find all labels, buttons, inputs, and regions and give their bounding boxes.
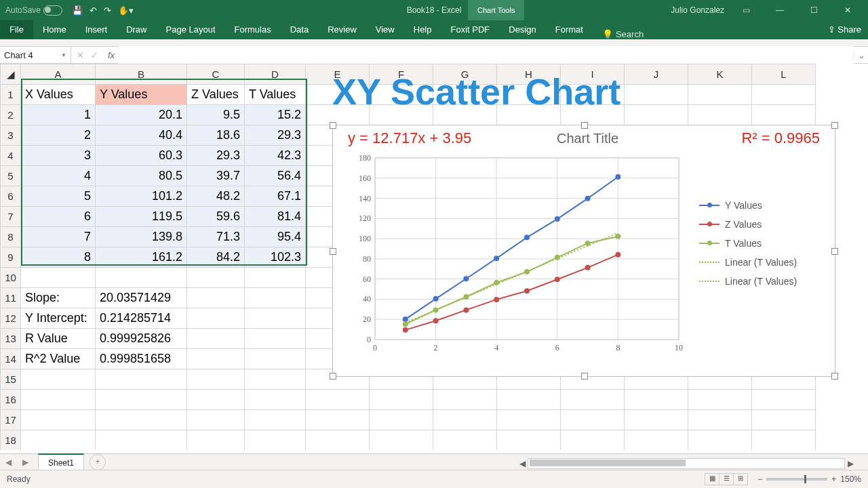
scroll-thumb[interactable] <box>530 460 686 466</box>
row-header[interactable]: 6 <box>1 186 21 207</box>
cell[interactable] <box>245 288 306 308</box>
tab-data[interactable]: Data <box>281 20 318 39</box>
cell[interactable]: Z Values <box>187 85 245 105</box>
cell[interactable] <box>688 85 752 105</box>
cell[interactable] <box>245 329 306 349</box>
cell[interactable] <box>187 430 245 451</box>
zoom-out-icon[interactable]: − <box>757 474 762 484</box>
cell[interactable]: 29.3 <box>187 146 245 166</box>
cell[interactable]: X Values <box>21 85 96 105</box>
cell[interactable]: 67.1 <box>245 186 306 207</box>
cell[interactable] <box>245 308 306 329</box>
tell-me-search[interactable]: 💡 Search <box>593 29 644 39</box>
cell[interactable] <box>625 430 688 451</box>
autosave-switch-icon[interactable] <box>43 5 62 16</box>
cell[interactable]: 42.3 <box>245 146 306 166</box>
chart-legend[interactable]: Y Values Z Values T Values Linear (T Val… <box>699 200 797 295</box>
tab-design[interactable]: Design <box>499 20 545 39</box>
cell[interactable] <box>187 390 245 410</box>
cell[interactable] <box>21 268 96 288</box>
cell[interactable] <box>21 430 96 451</box>
chevron-down-icon[interactable]: ▼ <box>61 52 66 58</box>
legend-item[interactable]: T Values <box>699 238 797 249</box>
cell[interactable]: 84.2 <box>187 247 245 268</box>
cell[interactable]: 8 <box>21 247 96 268</box>
cell[interactable]: 80.5 <box>96 166 187 186</box>
cell[interactable]: 161.2 <box>96 247 187 268</box>
resize-handle[interactable] <box>330 248 336 255</box>
cell[interactable] <box>96 430 187 451</box>
worksheet-area[interactable]: ◢ABCDEFGHIJKL1X ValuesY ValuesZ ValuesT … <box>0 64 868 450</box>
tab-file[interactable]: File <box>0 20 33 39</box>
cell[interactable] <box>96 268 187 288</box>
cell[interactable] <box>187 308 245 329</box>
sheet-tab[interactable]: Sheet1 <box>38 453 84 471</box>
cell[interactable] <box>688 390 752 410</box>
maximize-icon[interactable]: ☐ <box>802 5 826 15</box>
zoom-slider[interactable] <box>766 478 827 481</box>
tab-page-layout[interactable]: Page Layout <box>157 20 225 39</box>
row-header[interactable]: 4 <box>1 146 21 166</box>
cell[interactable] <box>245 430 306 451</box>
cell[interactable]: 60.3 <box>96 146 187 166</box>
cell[interactable] <box>370 390 433 410</box>
cell[interactable] <box>187 329 245 349</box>
cancel-formula-icon[interactable]: ✕ <box>77 50 84 60</box>
cell[interactable] <box>306 410 370 430</box>
cell[interactable]: Y Intercept: <box>21 308 96 329</box>
cell[interactable]: R^2 Value <box>21 349 96 369</box>
row-header[interactable]: 14 <box>1 349 21 369</box>
cell[interactable] <box>752 390 816 410</box>
name-box[interactable]: Chart 4 ▼ <box>0 47 71 63</box>
cell[interactable]: 1 <box>21 105 96 125</box>
sheet-nav-prev-icon[interactable]: ◀ <box>0 458 17 467</box>
cell[interactable]: 4 <box>21 166 96 186</box>
page-break-view-icon[interactable]: ⊞ <box>733 473 748 485</box>
select-all-cell[interactable]: ◢ <box>1 64 21 85</box>
cell[interactable] <box>752 410 816 430</box>
tab-help[interactable]: Help <box>404 20 441 39</box>
cell[interactable] <box>561 390 625 410</box>
cell[interactable]: 5 <box>21 186 96 207</box>
cell[interactable]: 71.3 <box>187 227 245 247</box>
undo-icon[interactable]: ↶ <box>90 5 97 16</box>
cell[interactable]: 81.4 <box>245 207 306 227</box>
tab-formulas[interactable]: Formulas <box>225 20 281 39</box>
legend-item[interactable]: Linear (T Values) <box>699 257 797 268</box>
redo-icon[interactable]: ↷ <box>104 5 111 16</box>
cell[interactable]: 2 <box>21 125 96 146</box>
zoom-control[interactable]: − + 150% <box>757 474 861 484</box>
close-icon[interactable]: ✕ <box>835 5 860 15</box>
cell[interactable]: 9.5 <box>187 105 245 125</box>
cell[interactable]: 101.2 <box>96 186 187 207</box>
row-header[interactable]: 7 <box>1 207 21 227</box>
row-header[interactable]: 12 <box>1 308 21 329</box>
cell[interactable]: 29.3 <box>245 125 306 146</box>
horizontal-scrollbar[interactable]: ◀ ▶ <box>517 458 856 469</box>
column-header[interactable]: L <box>752 64 816 85</box>
share-button[interactable]: ⇪ Share <box>828 20 861 39</box>
legend-item[interactable]: Linear (T Values) <box>699 276 797 287</box>
cell[interactable] <box>21 369 96 390</box>
scroll-left-icon[interactable]: ◀ <box>517 459 528 468</box>
minimize-icon[interactable]: — <box>768 5 792 15</box>
trendline-r2[interactable]: R² = 0.9965 <box>741 129 820 147</box>
row-header[interactable]: 17 <box>1 410 21 430</box>
cell[interactable]: 20.1 <box>96 105 187 125</box>
tab-foxit-pdf[interactable]: Foxit PDF <box>441 20 500 39</box>
cell[interactable] <box>187 349 245 369</box>
zoom-value[interactable]: 150% <box>840 474 861 484</box>
cell[interactable] <box>625 85 688 105</box>
resize-handle[interactable] <box>581 122 588 129</box>
cell[interactable]: 20.03571429 <box>96 288 187 308</box>
cell[interactable] <box>752 85 816 105</box>
cell[interactable]: R Value <box>21 329 96 349</box>
cell[interactable] <box>370 410 433 430</box>
resize-handle[interactable] <box>831 122 838 129</box>
column-header[interactable]: K <box>688 64 752 85</box>
cell[interactable] <box>752 430 816 451</box>
resize-handle[interactable] <box>330 373 336 380</box>
cell[interactable] <box>96 369 187 390</box>
scroll-track[interactable] <box>528 458 845 469</box>
cell[interactable] <box>21 410 96 430</box>
